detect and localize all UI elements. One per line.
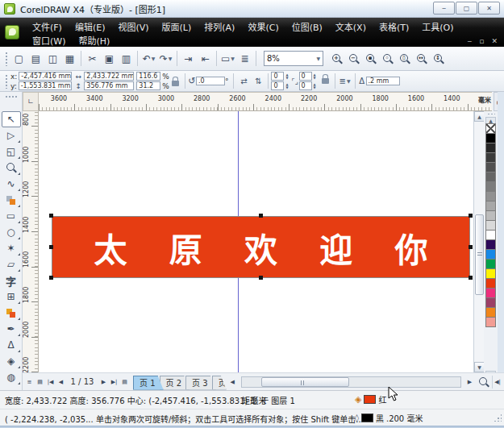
palette-grip[interactable] xyxy=(487,113,495,115)
document-restore-button[interactable]: ▫ xyxy=(479,37,484,45)
spinner-icon[interactable]: ▲▼ xyxy=(314,83,316,89)
copy-button[interactable]: ▣ xyxy=(101,50,118,68)
selection-handle[interactable] xyxy=(469,245,473,249)
crop-tool[interactable]: ◱ xyxy=(2,143,21,160)
lock-ratio-icon[interactable] xyxy=(172,81,179,86)
toolbox-grip[interactable] xyxy=(5,95,18,98)
page-tab-3[interactable]: 页 3 xyxy=(185,376,216,390)
shape-tool[interactable]: ▷ xyxy=(2,127,21,143)
interactive-fill-tool[interactable]: ◍ xyxy=(2,369,21,385)
print-button[interactable]: ▦ xyxy=(61,50,78,68)
horizontal-scrollbar[interactable] xyxy=(241,376,461,388)
new-document-button[interactable]: ▢ xyxy=(10,50,27,68)
previous-page-button[interactable]: ◀ xyxy=(56,376,66,389)
close-button[interactable]: ✕ xyxy=(478,2,500,15)
corner-radius-br-field[interactable]: 0 xyxy=(299,81,312,90)
horizontal-ruler[interactable]: 毫米 3600340032003000280026002400220020001… xyxy=(39,92,492,111)
selection-handle[interactable] xyxy=(49,245,53,249)
corner-radius-tl-field[interactable]: 0 xyxy=(271,72,284,81)
selection-handle[interactable] xyxy=(49,276,53,280)
mirror-horizontal-button[interactable]: ⇄ xyxy=(236,73,251,89)
page-flyout-button[interactable]: ≡ xyxy=(24,376,35,389)
object-height-field[interactable]: 356.776 mm xyxy=(84,81,134,90)
menu-arrange[interactable]: 排列(A) xyxy=(198,20,241,33)
zoom-all-objects-button[interactable]: ◦ xyxy=(379,50,396,68)
property-bar-grip[interactable] xyxy=(5,74,8,89)
zoom-navigator-button[interactable] xyxy=(475,373,492,391)
zoom-width-button[interactable]: ↔ xyxy=(413,50,430,68)
menu-bitmaps[interactable]: 位图(B) xyxy=(285,20,329,33)
add-page-end-button[interactable]: ▤ xyxy=(119,376,130,389)
zoom-selected-button[interactable]: ▪ xyxy=(362,50,379,68)
menu-view[interactable]: 视图(V) xyxy=(111,20,155,33)
menu-layout[interactable]: 版面(L) xyxy=(156,20,198,33)
page-tab-2[interactable]: 页 2 xyxy=(160,376,190,390)
menu-text[interactable]: 文本(X) xyxy=(329,20,373,33)
selection-handle[interactable] xyxy=(469,276,473,280)
vertical-scrollbar[interactable]: ▲ ▼ xyxy=(473,111,484,372)
spinner-icon[interactable]: ▲▼ xyxy=(285,83,288,89)
document-close-button[interactable]: ✕ xyxy=(491,37,498,45)
mirror-vertical-button[interactable]: ⇅ xyxy=(251,73,265,89)
hscroll-left-icon[interactable]: ◀ xyxy=(227,376,238,389)
document-minimize-button[interactable]: ‒ xyxy=(468,37,473,45)
pick-tool[interactable]: ↖ xyxy=(2,111,21,127)
selection-handle[interactable] xyxy=(259,214,263,218)
y-position-field[interactable]: -1,553.831 mm xyxy=(19,81,72,90)
add-page-start-button[interactable]: ▤ xyxy=(35,376,45,389)
zoom-in-button[interactable]: + xyxy=(328,50,345,68)
palette-swatch-20[interactable] xyxy=(485,317,496,327)
zoom-tool[interactable] xyxy=(2,160,21,176)
fill-color-swatch[interactable] xyxy=(364,395,376,404)
maximize-button[interactable]: ▢ xyxy=(456,2,477,15)
spinner-icon[interactable]: ▲▼ xyxy=(285,73,288,80)
vertical-ruler[interactable]: 8001000120014001600180020002200 xyxy=(23,111,39,372)
basic-shapes-tool[interactable]: ▱ xyxy=(2,256,21,272)
page-tab-1[interactable]: 页 1 xyxy=(133,376,164,390)
save-document-button[interactable]: ◫ xyxy=(44,50,61,68)
menu-table[interactable]: 表格(T) xyxy=(373,20,415,33)
lock-corners-icon[interactable] xyxy=(322,78,329,84)
palette-flyout-button[interactable]: ◀| xyxy=(492,376,502,389)
eyedropper-tool[interactable]: ✒ xyxy=(2,321,21,337)
hscroll-right-icon[interactable]: ▶ xyxy=(464,376,475,389)
zoom-level-combo[interactable]: 8% ▼ xyxy=(264,51,323,66)
zoom-page-button[interactable]: ▯ xyxy=(396,50,413,68)
wrap-text-button[interactable]: ≣▼ xyxy=(338,73,352,89)
horizontal-scroll-thumb[interactable] xyxy=(261,377,349,387)
scale-y-field[interactable]: 31.2 xyxy=(136,81,160,90)
page-tab-4[interactable]: 页 xyxy=(212,376,227,390)
first-page-button[interactable]: |◀ xyxy=(45,376,56,389)
toolbar-grip[interactable] xyxy=(5,52,8,66)
smart-fill-tool[interactable] xyxy=(2,192,21,208)
open-document-button[interactable]: ▤ xyxy=(27,50,44,68)
selection-handle[interactable] xyxy=(259,276,263,280)
banner-rectangle[interactable]: 太 原 欢 迎 你 xyxy=(52,216,470,278)
application-launcher-button[interactable]: ▭▼ xyxy=(219,50,236,68)
corner-radius-bl-field[interactable]: 0 xyxy=(271,81,284,90)
drawing-canvas[interactable]: 太 原 欢 迎 你 xyxy=(39,111,473,372)
polygon-tool[interactable]: ✶ xyxy=(2,240,21,256)
freehand-tool[interactable]: ∿ xyxy=(2,176,21,192)
zoom-height-button[interactable]: ↕ xyxy=(430,50,447,68)
paste-button[interactable]: ▥ xyxy=(118,50,135,68)
window-resize-grip[interactable] xyxy=(494,413,502,422)
cut-button[interactable]: ✂ xyxy=(84,50,101,68)
minimize-button[interactable]: ‒ xyxy=(433,2,455,15)
menu-window[interactable]: 窗口(W) xyxy=(26,34,72,47)
selection-handle[interactable] xyxy=(49,214,53,218)
import-button[interactable]: ⇥ xyxy=(180,50,197,68)
menu-edit[interactable]: 编辑(E) xyxy=(69,20,112,33)
vertical-scroll-thumb[interactable] xyxy=(475,214,484,295)
rotation-angle-field[interactable]: .0 xyxy=(196,77,225,85)
outline-pen-tool[interactable]: Δ xyxy=(2,337,21,353)
undo-button[interactable]: ↶▼ xyxy=(140,50,157,68)
selection-handle[interactable] xyxy=(469,214,473,218)
table-tool[interactable]: ⊞ xyxy=(2,289,21,305)
menu-help[interactable]: 帮助(H) xyxy=(72,34,116,47)
ellipse-tool[interactable]: ○ xyxy=(2,224,21,240)
menu-tools[interactable]: 工具(O) xyxy=(415,20,460,33)
interactive-blend-tool[interactable] xyxy=(2,305,21,321)
next-page-button[interactable]: ▶ xyxy=(98,376,109,389)
fill-tool[interactable]: ◈ xyxy=(2,353,21,369)
